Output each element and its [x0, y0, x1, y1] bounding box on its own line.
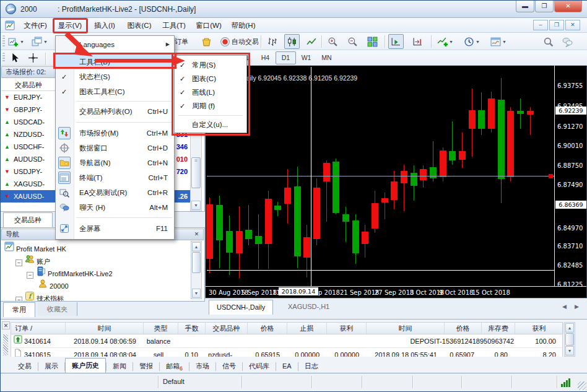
recycle-button[interactable]: [199, 34, 214, 49]
candlechart-button[interactable]: [284, 34, 300, 49]
dropdown-caret-icon[interactable]: ▼: [502, 40, 507, 44]
window-restore-button[interactable]: ❐: [535, 1, 554, 12]
child-restore-button[interactable]: ❐: [549, 20, 564, 30]
view-menu-item[interactable]: 市场报价(M)Ctrl+M: [56, 126, 174, 141]
terminal-tab-账户历史[interactable]: 账户历史: [65, 358, 106, 373]
terminal-tab-日志[interactable]: 日志: [298, 360, 324, 373]
orders-column-header[interactable]: 价格: [248, 323, 287, 334]
menubar-item-4[interactable]: 图表(C): [123, 19, 155, 32]
terminal-tab-EA[interactable]: EA: [276, 360, 298, 373]
market-watch-tab-symbols[interactable]: 交易品种: [3, 212, 53, 227]
timeframe-h4-button[interactable]: H4: [255, 51, 276, 64]
terminal-scrollbar[interactable]: ▲ ▼: [564, 322, 575, 357]
orders-column-header[interactable]: 价格: [445, 323, 482, 334]
tab-scroll-right-icon[interactable]: ▶: [575, 303, 579, 310]
timeframe-w1-button[interactable]: W1: [296, 51, 316, 64]
orders-column-header[interactable]: 订单 /: [11, 323, 66, 334]
orders-column-header[interactable]: 交易品种: [206, 323, 248, 334]
zoomin-button[interactable]: [325, 34, 341, 49]
terminal-tab-警报[interactable]: 警报: [133, 360, 159, 373]
autotrade-button[interactable]: 自动交易: [217, 34, 261, 49]
orders-column-header[interactable]: 获利: [327, 323, 367, 334]
view-menu-item[interactable]: 聊天 (H)Alt+M: [56, 200, 174, 215]
view-menu-item[interactable]: ✓图表工具栏(C): [56, 84, 174, 99]
navigator-tab-1[interactable]: 常用: [3, 302, 35, 317]
child-close-button[interactable]: ✕: [565, 20, 580, 30]
orders-column-header[interactable]: 时间: [66, 323, 144, 334]
navigator-tree-item[interactable]: − ProfitMarketHK-Live2: [2, 266, 188, 279]
view-menu-item[interactable]: 导航器(N)Ctrl+N: [56, 155, 174, 170]
chart-area[interactable]: USDCNH-,Daily 6.92045 6.92338 6.91205 6.…: [205, 66, 586, 298]
menubar-item-3[interactable]: 插入(I): [89, 19, 121, 32]
barchart-button[interactable]: [264, 34, 280, 49]
menubar-item-5[interactable]: 工具(T): [158, 19, 190, 32]
tree-expander-icon[interactable]: −: [15, 259, 22, 266]
orders-column-header[interactable]: 止损: [287, 323, 327, 334]
window-minimize-button[interactable]: ▬: [516, 1, 534, 12]
order-row[interactable]: 34106142018.09.14 08:06:59balance100.00D…: [11, 334, 562, 348]
chart-tab-2[interactable]: XAGUSD-,H1: [280, 300, 337, 315]
chat2-button[interactable]: [560, 34, 575, 49]
scroll-down-icon[interactable]: ▼: [565, 346, 574, 355]
dropdown-caret-icon[interactable]: ▼: [20, 40, 24, 44]
view-menu-item[interactable]: EA交易测试(R)Ctrl+R: [56, 185, 174, 200]
view-menu-item[interactable]: 数据窗口Ctrl+D: [56, 141, 174, 155]
tile-button[interactable]: [365, 34, 380, 49]
terminal-tab-展示[interactable]: 展示: [38, 360, 64, 373]
view-menu-item[interactable]: ✓状态栏(S): [56, 69, 174, 84]
orders-column-header[interactable]: 时间: [367, 323, 445, 334]
navigator-tree-item[interactable]: − 账户: [2, 254, 188, 266]
dropdown-caret-icon[interactable]: ▼: [43, 40, 48, 44]
resize-grip[interactable]: [578, 381, 586, 390]
menubar-item-6[interactable]: 窗口(W): [193, 19, 225, 32]
dropdown-caret-icon[interactable]: ▼: [476, 40, 480, 44]
order-row[interactable]: 34106152018.09.14 08:08:04sell0.10nzdusd…: [11, 348, 562, 357]
orders-column-header[interactable]: 库存费: [482, 323, 515, 334]
linechart-button[interactable]: [304, 34, 320, 49]
newchart-button[interactable]: ▼: [6, 34, 27, 49]
scroll-down-icon[interactable]: ▼: [191, 201, 201, 210]
zoomout-button[interactable]: [345, 34, 360, 49]
tree-expander-icon[interactable]: −: [27, 272, 33, 279]
scroll-up-icon[interactable]: ▲: [565, 323, 574, 333]
chartshift-button[interactable]: [410, 34, 425, 49]
child-minimize-button[interactable]: –: [533, 20, 548, 30]
chart-tab-1[interactable]: USDCNH-,Daily: [209, 300, 273, 315]
navigator-tree-item[interactable]: Profit Market HK: [2, 242, 188, 254]
terminal-close-icon[interactable]: ✕: [2, 321, 10, 329]
timeframe-mn-button[interactable]: MN: [316, 51, 337, 64]
cursor-button[interactable]: [7, 51, 22, 64]
toolbar-grip[interactable]: [2, 53, 5, 63]
market-watch-column-header[interactable]: 交易品种: [15, 81, 42, 89]
orders-column-header[interactable]: 手数: [178, 323, 206, 334]
find-button[interactable]: [541, 34, 556, 49]
navigator-scrollbar[interactable]: ▲ ▼: [191, 241, 202, 299]
navigator-tree-item[interactable]: 20000: [2, 279, 188, 291]
terminal-tab-交易[interactable]: 交易: [12, 360, 38, 373]
period-button[interactable]: ▼: [461, 34, 482, 49]
menubar-item-7[interactable]: 帮助(H): [227, 19, 259, 32]
scroll-up-icon[interactable]: ▲: [192, 242, 201, 251]
template-button[interactable]: ▼: [488, 34, 509, 49]
view-menu-item[interactable]: 交易品种列表(O)Ctrl+U: [56, 104, 174, 119]
profiles-button[interactable]: ▼: [29, 34, 50, 49]
orders-column-header[interactable]: 类型: [144, 323, 178, 334]
profile-name[interactable]: Default: [163, 378, 185, 385]
view-menu-item[interactable]: 全屏幕F11: [56, 221, 174, 236]
terminal-grip[interactable]: [3, 334, 8, 355]
toolbar-grip[interactable]: [2, 35, 5, 47]
crosshair-button[interactable]: [25, 51, 41, 64]
indicator-button[interactable]: ▼: [435, 34, 456, 49]
terminal-tab-代码库[interactable]: 代码库: [243, 360, 276, 373]
autoscroll-button[interactable]: [388, 34, 404, 49]
timeframe-d1-button[interactable]: D1: [276, 51, 296, 64]
navigator-close-icon[interactable]: ✕: [193, 230, 201, 238]
orders-column-header[interactable]: 获利: [515, 323, 563, 334]
view-menu-item[interactable]: Languages▶: [56, 37, 174, 52]
terminal-tab-信号[interactable]: 信号: [216, 360, 242, 373]
window-close-button[interactable]: ✕: [554, 1, 582, 12]
terminal-tab-新闻[interactable]: 新闻: [107, 360, 133, 373]
tab-scroll-left-icon[interactable]: ◀: [562, 303, 567, 310]
terminal-tab-邮箱[interactable]: 邮箱6: [160, 360, 189, 373]
terminal-tab-市场[interactable]: 市场: [189, 360, 215, 373]
